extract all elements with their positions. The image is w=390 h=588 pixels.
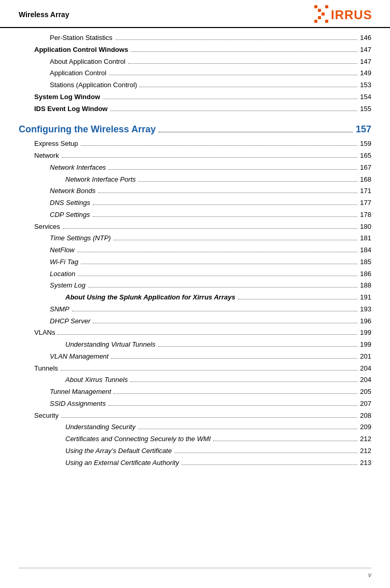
toc-dots	[159, 132, 353, 132]
toc-entry: Per-Station Statistics146	[19, 32, 371, 44]
toc-entry: SNMP193	[19, 304, 371, 316]
toc-entry: Services180	[19, 221, 371, 233]
toc-dots	[78, 276, 357, 276]
entry-text: Network Bonds	[50, 185, 97, 197]
entry-text: Understanding Virtual Tunnels	[65, 339, 157, 351]
toc-entry: NetFlow184	[19, 244, 371, 256]
entry-page: 204	[358, 374, 371, 386]
toc-entry: Certificates and Connecting Securely to …	[19, 433, 371, 445]
toc-dots	[62, 157, 358, 158]
entry-text: Network	[34, 150, 61, 162]
page-footer: v	[368, 571, 371, 579]
entry-page: 159	[358, 138, 371, 150]
entry-page: 196	[358, 316, 371, 327]
toc-dots	[115, 39, 358, 40]
entry-page: 184	[358, 244, 371, 256]
toc-dots	[174, 453, 357, 453]
entry-text: SSID Assignments	[50, 398, 107, 410]
svg-text:IRRUS: IRRUS	[331, 8, 371, 22]
entry-text: Using the Array’s Default Certificate	[65, 445, 173, 457]
toc-dots	[93, 216, 358, 217]
entry-page: 199	[358, 339, 371, 351]
entry-page: 178	[358, 209, 371, 221]
entry-page: 188	[358, 280, 371, 292]
entry-text: Time Settings (NTP)	[50, 233, 113, 244]
entry-text: Network Interfaces	[50, 162, 107, 174]
entry-page: 208	[358, 410, 371, 422]
logo-container: IRRUS	[314, 5, 371, 24]
entry-page: 153	[358, 79, 371, 91]
toc-entry: Tunnels204	[19, 363, 371, 375]
svg-rect-0	[314, 5, 317, 8]
toc-dots	[182, 464, 357, 465]
toc-dots	[98, 193, 357, 193]
toc-entry: Network Interface Ports168	[19, 174, 371, 186]
entry-page: 181	[358, 233, 371, 244]
entry-page: 193	[358, 304, 371, 316]
toc-dots	[72, 311, 358, 311]
entry-text: About Application Control	[50, 56, 127, 68]
entry-page: 205	[358, 386, 371, 398]
entry-page: 185	[358, 256, 371, 268]
entry-page: 209	[358, 421, 371, 433]
toc-entry: IDS Event Log Window155	[19, 103, 371, 115]
toc-entry: Location186	[19, 268, 371, 280]
entry-text: Understanding Security	[65, 421, 137, 433]
entry-page: 212	[358, 445, 371, 457]
entry-text: Application Control Windows	[34, 44, 130, 56]
entry-text: DHCP Server	[50, 316, 92, 327]
entry-text: System Log	[50, 280, 87, 292]
entry-text: VLANs	[34, 327, 57, 339]
toc-entry: Tunnel Management205	[19, 386, 371, 398]
toc-entry: Using an External Certificate Authority2…	[19, 457, 371, 469]
toc-entry: Network Bonds171	[19, 185, 371, 197]
toc-entry: Application Control149	[19, 67, 371, 79]
toc-entry: Wi-Fi Tag185	[19, 256, 371, 268]
entry-text: Express Setup	[34, 138, 80, 150]
toc-dots	[130, 381, 357, 382]
toc-dots	[61, 370, 358, 371]
toc-dots	[108, 405, 357, 406]
entry-page: 147	[358, 56, 371, 68]
entry-page: 177	[358, 197, 371, 209]
entry-page: 167	[358, 162, 371, 174]
toc-dots	[81, 264, 357, 264]
toc-dots	[93, 323, 357, 323]
entry-text: IDS Event Log Window	[34, 103, 109, 115]
toc-dots	[131, 51, 357, 52]
entry-page: 146	[358, 32, 371, 44]
entry-text: Wi-Fi Tag	[50, 256, 80, 268]
page-number: v	[368, 571, 371, 579]
toc-dots	[81, 145, 358, 146]
entry-text: CDP Settings	[50, 209, 92, 221]
toc-dots	[61, 417, 357, 418]
toc-dots	[108, 169, 357, 170]
toc-entry: Understanding Security209	[19, 421, 371, 433]
toc-entry: Security208	[19, 410, 371, 422]
entry-page: 147	[358, 44, 371, 56]
toc-entry: SSID Assignments207	[19, 398, 371, 410]
svg-rect-7	[325, 20, 328, 23]
toc-dots	[77, 252, 358, 252]
toc-entry: Using the Array’s Default Certificate212	[19, 445, 371, 457]
entry-text: NetFlow	[50, 244, 76, 256]
svg-rect-5	[325, 5, 328, 8]
toc-dots	[138, 181, 357, 182]
entry-page: 165	[358, 150, 371, 162]
entry-text: Network Interface Ports	[65, 174, 137, 186]
entry-page: 207	[358, 398, 371, 410]
toc-entry: Application Control Windows147	[19, 44, 371, 56]
toc-entry: VLANs199	[19, 327, 371, 339]
toc-dots	[111, 358, 357, 359]
entry-text: SNMP	[50, 304, 71, 316]
section-heading-text: Configuring the Wireless Array	[19, 124, 158, 135]
toc-entry: DNS Settings177	[19, 197, 371, 209]
svg-rect-1	[318, 9, 321, 12]
toc-container: Per-Station Statistics146Application Con…	[19, 32, 371, 469]
toc-dots	[93, 204, 357, 205]
toc-entry: Express Setup159	[19, 138, 371, 150]
svg-rect-6	[322, 12, 325, 16]
page-header: Wireless Array IRRUS	[0, 0, 390, 28]
toc-dots	[138, 429, 357, 429]
entry-text: Application Control	[50, 67, 108, 79]
